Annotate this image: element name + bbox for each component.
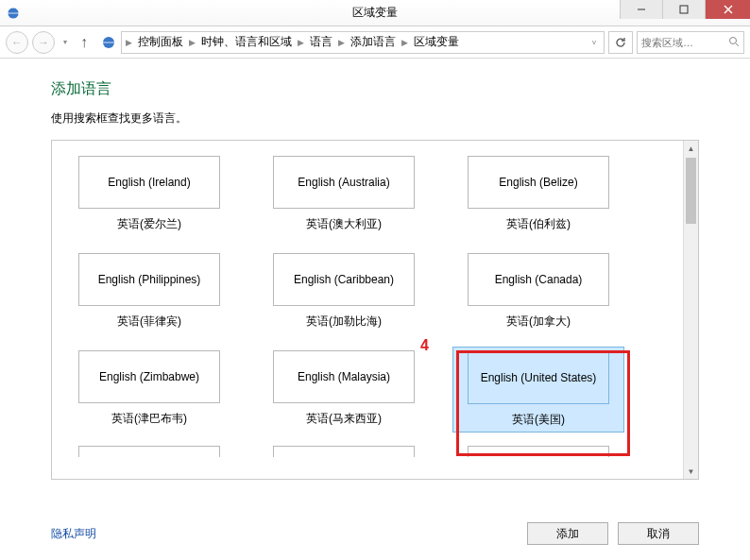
annotation-label: 4 — [420, 337, 429, 354]
close-button[interactable] — [705, 0, 750, 19]
page-subtitle: 使用搜索框查找更多语言。 — [51, 110, 699, 127]
language-tile[interactable]: English (United States) — [468, 351, 609, 404]
vertical-scrollbar[interactable]: ▲ ▼ — [683, 141, 698, 479]
language-tile[interactable]: English (Ireland) — [78, 156, 220, 209]
language-cell[interactable]: English (Ireland)英语(爱尔兰) — [69, 156, 230, 232]
language-caption: 英语(美国) — [512, 412, 565, 428]
privacy-link[interactable]: 隐私声明 — [51, 526, 96, 542]
minimize-button[interactable] — [620, 0, 662, 19]
back-button[interactable]: ← — [6, 31, 28, 54]
breadcrumb-item[interactable]: 区域变量 — [414, 34, 459, 50]
maximize-button[interactable] — [662, 0, 705, 19]
language-tile-partial[interactable] — [273, 446, 415, 457]
language-caption: 英语(澳大利亚) — [306, 216, 382, 232]
language-caption: 英语(爱尔兰) — [117, 216, 181, 232]
svg-line-7 — [736, 43, 739, 46]
scroll-up-icon[interactable]: ▲ — [684, 141, 698, 156]
chevron-right-icon: ▶ — [401, 38, 408, 47]
search-input[interactable] — [641, 37, 724, 48]
svg-point-6 — [730, 37, 737, 43]
language-tile[interactable]: English (Canada) — [468, 253, 609, 306]
window-title: 区域变量 — [352, 5, 398, 21]
language-cell[interactable]: English (Canada)英语(加拿大) — [458, 253, 619, 330]
language-cell[interactable]: English (Malaysia)英语(马来西亚) — [264, 350, 424, 429]
language-grid-container: English (Ireland)英语(爱尔兰)English (Austral… — [51, 140, 699, 480]
language-cell[interactable]: English (Philippines)英语(菲律宾) — [69, 253, 230, 330]
language-tile[interactable]: English (Caribbean) — [273, 253, 415, 306]
cancel-button[interactable]: 取消 — [618, 522, 699, 545]
history-dropdown-icon[interactable]: ▾ — [59, 38, 72, 46]
app-icon — [0, 0, 26, 26]
language-cell[interactable]: English (Belize)英语(伯利兹) — [458, 156, 619, 232]
search-box[interactable] — [637, 31, 744, 54]
chevron-down-icon[interactable]: v — [592, 38, 600, 46]
page-title: 添加语言 — [51, 79, 699, 99]
scroll-down-icon[interactable]: ▼ — [684, 464, 698, 479]
breadcrumb-item[interactable]: 语言 — [310, 34, 332, 50]
navigation-bar: ← → ▾ ↑ ▶ 控制面板 ▶ 时钟、语言和区域 ▶ 语言 ▶ 添加语言 ▶ … — [0, 26, 750, 59]
language-tile-partial[interactable] — [78, 446, 220, 457]
breadcrumb-item[interactable]: 添加语言 — [350, 34, 396, 50]
title-bar: 区域变量 — [0, 0, 750, 26]
language-tile[interactable]: English (Australia) — [273, 156, 415, 209]
scrollbar-thumb[interactable] — [686, 158, 696, 224]
language-cell[interactable]: English (Zimbabwe)英语(津巴布韦) — [69, 350, 230, 429]
svg-rect-2 — [680, 6, 688, 13]
up-button[interactable]: ↑ — [76, 34, 93, 51]
forward-button[interactable]: → — [32, 31, 55, 54]
breadcrumb[interactable]: ▶ 控制面板 ▶ 时钟、语言和区域 ▶ 语言 ▶ 添加语言 ▶ 区域变量 v — [121, 31, 605, 54]
search-icon[interactable] — [728, 34, 740, 51]
chevron-right-icon: ▶ — [126, 38, 132, 47]
chevron-right-icon: ▶ — [189, 38, 196, 47]
language-tile[interactable]: English (Zimbabwe) — [78, 350, 220, 403]
language-caption: 英语(津巴布韦) — [111, 411, 187, 427]
language-caption: 英语(马来西亚) — [306, 411, 382, 427]
language-caption: 英语(菲律宾) — [117, 314, 181, 330]
language-caption: 英语(加勒比海) — [306, 314, 382, 330]
language-tile-partial[interactable] — [468, 446, 609, 457]
breadcrumb-item[interactable]: 时钟、语言和区域 — [201, 34, 292, 50]
language-tile[interactable]: English (Malaysia) — [273, 350, 415, 403]
language-caption: 英语(加拿大) — [506, 314, 571, 330]
language-cell[interactable]: English (Australia)英语(澳大利亚) — [264, 156, 424, 232]
language-caption: 英语(伯利兹) — [506, 216, 571, 232]
chevron-right-icon: ▶ — [338, 38, 345, 47]
chevron-right-icon: ▶ — [298, 38, 304, 47]
language-cell[interactable]: English (Caribbean)英语(加勒比海) — [264, 253, 424, 330]
language-tile[interactable]: English (Philippines) — [78, 253, 220, 306]
address-icon — [100, 34, 117, 51]
add-button[interactable]: 添加 — [527, 522, 608, 545]
language-cell[interactable]: English (United States)英语(美国) — [452, 347, 624, 433]
breadcrumb-item[interactable]: 控制面板 — [138, 34, 183, 50]
language-tile[interactable]: English (Belize) — [468, 156, 609, 209]
refresh-button[interactable] — [608, 31, 633, 54]
